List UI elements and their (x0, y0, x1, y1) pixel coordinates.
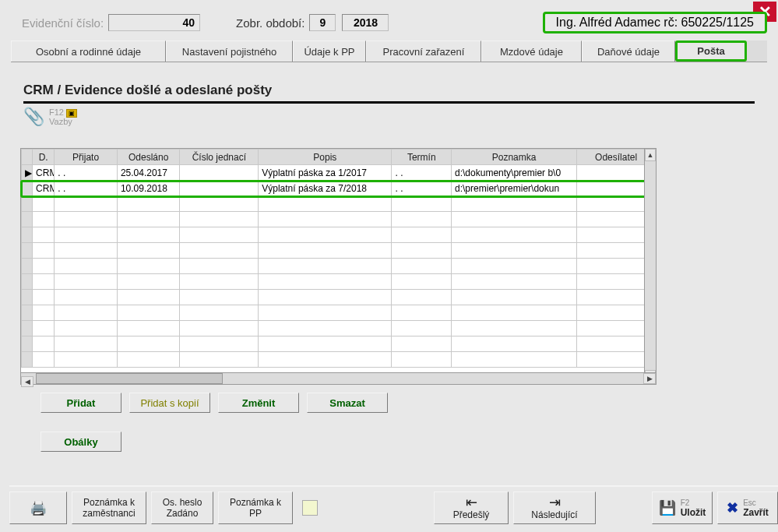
cell-d[interactable] (33, 321, 55, 336)
table-row[interactable] (22, 259, 656, 274)
scroll-up-icon[interactable]: ▲ (645, 149, 656, 161)
cell-odeslano[interactable] (117, 336, 180, 352)
cell-cislo[interactable] (180, 259, 259, 274)
cell-poznamka[interactable] (452, 196, 577, 212)
cell-termin[interactable] (392, 336, 452, 352)
table-row[interactable] (22, 305, 656, 321)
cell-termin[interactable]: . . (392, 181, 452, 196)
cell-d[interactable] (33, 227, 55, 243)
tab-posta[interactable]: Pošta (675, 41, 747, 62)
cell-odeslano[interactable]: 25.04.2017 (117, 165, 180, 181)
cell-termin[interactable] (392, 212, 452, 227)
cell-popis[interactable] (259, 243, 392, 259)
table-row[interactable] (22, 290, 656, 305)
cell-termin[interactable] (392, 259, 452, 274)
cell-prijato[interactable] (55, 259, 118, 274)
table-row[interactable] (22, 227, 656, 243)
poznamka-zamestnanci-button[interactable]: Poznámka k zaměstnanci (72, 491, 146, 524)
col-cislo-jednaci[interactable]: Číslo jednací (180, 150, 259, 165)
tab-pojistne[interactable]: Nastavení pojistného (166, 41, 293, 62)
col-d[interactable]: D. (33, 150, 55, 165)
cell-poznamka[interactable] (452, 336, 577, 352)
cell-d[interactable]: CRM (33, 165, 55, 181)
cell-prijato[interactable] (55, 274, 118, 290)
cell-poznamka[interactable] (452, 352, 577, 368)
cell-cislo[interactable] (180, 321, 259, 336)
vazby-label[interactable]: Vazby (49, 117, 72, 126)
cell-popis[interactable] (259, 274, 392, 290)
cell-d[interactable] (33, 352, 55, 368)
cell-cislo[interactable] (180, 352, 259, 368)
cell-poznamka[interactable] (452, 212, 577, 227)
cell-termin[interactable] (392, 274, 452, 290)
cell-poznamka[interactable] (452, 290, 577, 305)
cell-prijato[interactable] (55, 196, 118, 212)
cell-poznamka[interactable] (452, 227, 577, 243)
grid-scrollbar-horizontal[interactable]: ◀ ▶ (20, 372, 657, 385)
zavrit-button[interactable]: ✖ Esc Zavřít (717, 491, 778, 524)
cell-popis[interactable] (259, 352, 392, 368)
cell-cislo[interactable] (180, 305, 259, 321)
cell-termin[interactable] (392, 227, 452, 243)
col-termin[interactable]: Termín (392, 150, 452, 165)
scroll-thumb[interactable] (36, 373, 223, 384)
cell-odeslano[interactable] (117, 227, 180, 243)
poznamka-pp-button[interactable]: Poznámka k PP (218, 491, 293, 524)
cell-popis[interactable] (259, 290, 392, 305)
cell-prijato[interactable] (55, 243, 118, 259)
cell-prijato[interactable]: . . (55, 181, 118, 196)
cell-prijato[interactable] (55, 305, 118, 321)
zobr-month[interactable]: 9 (309, 14, 336, 31)
cell-d[interactable] (33, 259, 55, 274)
cell-prijato[interactable] (55, 336, 118, 352)
cell-popis[interactable]: Výplatní páska za 1/2017 (259, 165, 392, 181)
cell-popis[interactable]: Výplatní páska za 7/2018 (259, 181, 392, 196)
table-row[interactable]: CRM. .10.09.2018Výplatní páska za 7/2018… (22, 181, 656, 196)
cell-cislo[interactable] (180, 165, 259, 181)
cell-odeslano[interactable]: 10.09.2018 (117, 181, 180, 196)
cell-d[interactable] (33, 336, 55, 352)
cell-cislo[interactable] (180, 290, 259, 305)
table-row[interactable] (22, 243, 656, 259)
cell-prijato[interactable] (55, 290, 118, 305)
cell-poznamka[interactable] (452, 243, 577, 259)
pridat-button[interactable]: Přidat (40, 393, 121, 413)
cell-cislo[interactable] (180, 336, 259, 352)
cell-termin[interactable] (392, 352, 452, 368)
predesly-button[interactable]: ⇤ Předešlý (434, 491, 509, 524)
mail-grid[interactable]: D. Přijato Odesláno Číslo jednací Popis … (20, 148, 657, 383)
scroll-right-icon[interactable]: ▶ (643, 373, 656, 384)
scroll-left-icon[interactable]: ◀ (21, 376, 33, 387)
paperclip-icon[interactable]: 📎 (23, 107, 44, 127)
cell-termin[interactable] (392, 243, 452, 259)
cell-poznamka[interactable] (452, 259, 577, 274)
cell-d[interactable] (33, 212, 55, 227)
tab-osobni[interactable]: Osobní a rodinné údaje (11, 41, 166, 62)
pridat-kopii-button[interactable]: Přidat s kopií (129, 393, 210, 413)
cell-popis[interactable] (259, 305, 392, 321)
cell-odeslano[interactable] (117, 274, 180, 290)
cell-d[interactable]: CRM (33, 181, 55, 196)
table-row[interactable] (22, 212, 656, 227)
col-popis[interactable]: Popis (259, 150, 392, 165)
cell-poznamka[interactable] (452, 274, 577, 290)
cell-d[interactable] (33, 243, 55, 259)
cell-d[interactable] (33, 305, 55, 321)
table-row[interactable] (22, 321, 656, 336)
cell-d[interactable] (33, 196, 55, 212)
smazat-button[interactable]: Smazat (307, 393, 388, 413)
col-prijato[interactable]: Přijato (55, 150, 118, 165)
cell-prijato[interactable]: . . (55, 165, 118, 181)
cell-odeslano[interactable] (117, 290, 180, 305)
cell-cislo[interactable] (180, 227, 259, 243)
cell-cislo[interactable] (180, 274, 259, 290)
cell-termin[interactable] (392, 290, 452, 305)
tab-pracovni[interactable]: Pracovní zařazení (366, 41, 481, 62)
zmenit-button[interactable]: Změnit (218, 393, 299, 413)
cell-prijato[interactable] (55, 227, 118, 243)
ulozit-button[interactable]: 💾 F2 Uložit (652, 491, 713, 524)
print-button[interactable]: 🖨️ (9, 491, 67, 524)
cell-popis[interactable] (259, 321, 392, 336)
tab-udaje-pp[interactable]: Údaje k PP (293, 41, 366, 62)
cell-poznamka[interactable]: d:\dokumenty\premier b\0 (452, 165, 577, 181)
